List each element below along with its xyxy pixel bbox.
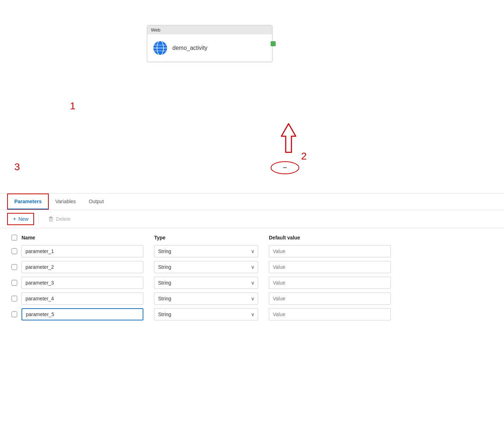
annotation-number-2: 2 bbox=[301, 151, 307, 162]
row-5-type-select[interactable]: StringIntFloatBool bbox=[154, 308, 258, 320]
table-row: StringIntFloatBool bbox=[7, 275, 497, 291]
row-4-checkbox[interactable] bbox=[11, 296, 17, 301]
row-1-checkbox-col bbox=[7, 248, 22, 254]
row-3-name-input[interactable] bbox=[22, 277, 143, 289]
new-button[interactable]: + New bbox=[7, 213, 34, 225]
table-row: StringIntFloatBool bbox=[7, 306, 497, 322]
activity-name: demo_activity bbox=[172, 45, 208, 51]
row-1-value-cell bbox=[269, 245, 497, 257]
globe-icon bbox=[152, 40, 168, 56]
row-1-type-select-wrapper: StringIntFloatBool bbox=[154, 245, 258, 257]
row-2-type-select-wrapper: StringIntFloatBool bbox=[154, 261, 258, 273]
toolbar: + New Delete bbox=[0, 210, 504, 228]
row-4-name-input[interactable] bbox=[22, 292, 143, 305]
row-4-name-cell bbox=[22, 292, 154, 305]
row-3-value-cell bbox=[269, 277, 497, 289]
row-4-type-select-wrapper: StringIntFloatBool bbox=[154, 292, 258, 305]
row-4-value-cell bbox=[269, 292, 497, 305]
canvas-area: Web demo_activity 1 − 2 3 bbox=[0, 0, 504, 194]
row-1-type-select[interactable]: StringIntFloatBool bbox=[154, 245, 258, 257]
new-button-label: New bbox=[18, 216, 28, 222]
row-1-value-input[interactable] bbox=[269, 245, 391, 257]
parameters-tab-box: Parameters bbox=[7, 194, 49, 210]
row-1-name-input[interactable] bbox=[22, 245, 143, 257]
row-2-value-cell bbox=[269, 261, 497, 273]
activity-status-dot bbox=[271, 41, 276, 46]
row-2-type-select[interactable]: StringIntFloatBool bbox=[154, 261, 258, 273]
header-default-value: Default value bbox=[269, 235, 497, 240]
table-row: StringIntFloatBool bbox=[7, 259, 497, 275]
tabs-bar: Parameters Variables Output bbox=[0, 194, 504, 210]
oval-minus-annotation: − bbox=[271, 161, 299, 174]
row-3-checkbox-col bbox=[7, 280, 22, 286]
row-4-checkbox-col bbox=[7, 296, 22, 301]
row-1-name-cell bbox=[22, 245, 154, 257]
params-table: Name Type Default value StringIntFloatBo… bbox=[0, 228, 504, 326]
header-name: Name bbox=[22, 235, 154, 240]
row-4-value-input[interactable] bbox=[269, 292, 391, 305]
row-4-type-cell: StringIntFloatBool bbox=[154, 292, 269, 305]
activity-node-body: demo_activity bbox=[147, 34, 272, 62]
row-5-type-cell: StringIntFloatBool bbox=[154, 308, 269, 320]
row-3-type-cell: StringIntFloatBool bbox=[154, 277, 269, 289]
row-5-name-input[interactable] bbox=[22, 308, 143, 320]
activity-node-header: Web bbox=[147, 25, 272, 34]
row-5-checkbox[interactable] bbox=[11, 311, 17, 317]
header-type: Type bbox=[154, 235, 269, 240]
toolbar-divider bbox=[38, 214, 39, 224]
trash-icon bbox=[48, 216, 54, 222]
svg-rect-7 bbox=[50, 216, 52, 217]
row-1-checkbox[interactable] bbox=[11, 248, 17, 254]
row-5-checkbox-col bbox=[7, 311, 22, 317]
activity-node[interactable]: Web demo_activity bbox=[147, 25, 272, 62]
row-5-type-select-wrapper: StringIntFloatBool bbox=[154, 308, 258, 320]
row-3-value-input[interactable] bbox=[269, 277, 391, 289]
table-header-row: Name Type Default value bbox=[7, 232, 497, 243]
row-2-value-input[interactable] bbox=[269, 261, 391, 273]
annotation-number-1: 1 bbox=[70, 100, 76, 112]
row-2-name-input[interactable] bbox=[22, 261, 143, 273]
row-3-type-select[interactable]: StringIntFloatBool bbox=[154, 277, 258, 289]
plus-icon: + bbox=[13, 216, 16, 222]
table-row: StringIntFloatBool bbox=[7, 291, 497, 306]
row-2-checkbox[interactable] bbox=[11, 264, 17, 270]
bottom-panel: Parameters Variables Output + New Delete bbox=[0, 194, 504, 326]
row-2-checkbox-col bbox=[7, 264, 22, 270]
row-4-type-select[interactable]: StringIntFloatBool bbox=[154, 292, 258, 305]
arrow-annotation bbox=[278, 122, 299, 156]
row-2-type-cell: StringIntFloatBool bbox=[154, 261, 269, 273]
tab-variables[interactable]: Variables bbox=[49, 194, 82, 209]
row-5-name-cell bbox=[22, 308, 154, 320]
svg-marker-6 bbox=[281, 124, 296, 152]
row-1-type-cell: StringIntFloatBool bbox=[154, 245, 269, 257]
annotation-number-3: 3 bbox=[14, 161, 20, 173]
header-checkbox-col bbox=[7, 235, 22, 240]
svg-rect-8 bbox=[49, 217, 53, 218]
delete-button[interactable]: Delete bbox=[43, 214, 75, 224]
tab-output[interactable]: Output bbox=[82, 194, 110, 209]
row-5-value-input[interactable] bbox=[269, 308, 391, 320]
row-5-value-cell bbox=[269, 308, 497, 320]
minus-symbol: − bbox=[283, 164, 287, 172]
table-row: StringIntFloatBool bbox=[7, 243, 497, 259]
row-3-checkbox[interactable] bbox=[11, 280, 17, 286]
select-all-checkbox[interactable] bbox=[11, 235, 17, 240]
row-3-type-select-wrapper: StringIntFloatBool bbox=[154, 277, 258, 289]
row-3-name-cell bbox=[22, 277, 154, 289]
tab-parameters[interactable]: Parameters bbox=[8, 194, 48, 209]
delete-button-label: Delete bbox=[56, 216, 70, 222]
row-2-name-cell bbox=[22, 261, 154, 273]
